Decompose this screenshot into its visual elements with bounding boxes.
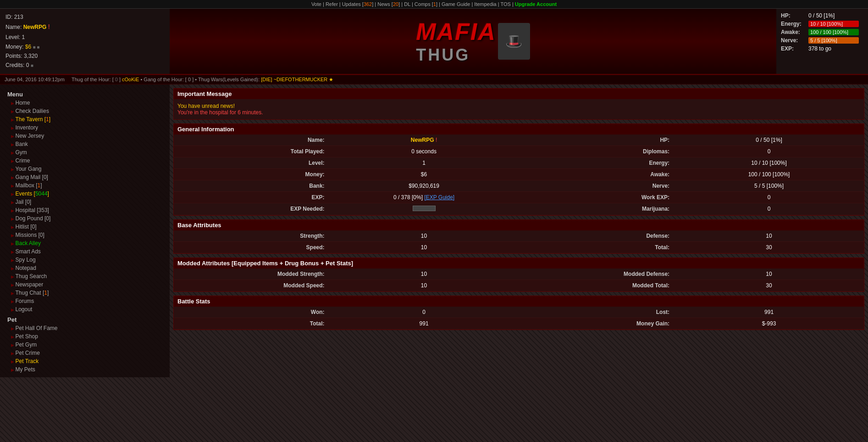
sidebar-item-new-jersey[interactable]: New Jersey (0, 132, 170, 140)
base-attributes-table: Strength: 10 Defense: 10 Speed: 10 Total… (174, 230, 864, 253)
sidebar-item-pet-crime[interactable]: Pet Crime (0, 349, 170, 357)
topbar-updates[interactable]: Updates [362] (342, 1, 374, 7)
total-value: 30 (674, 241, 864, 253)
money-value: $6 (25, 44, 31, 50)
sidebar-item-thug-search[interactable]: Thug Search (0, 272, 170, 280)
table-row: Total: 991 Money Gain: $-993 (174, 318, 864, 329)
sidebar-item-check-dailies[interactable]: Check Dailies (0, 107, 170, 115)
energy-value-gi: 10 / 10 [100%] (674, 157, 864, 168)
total-battles-label: Total: (174, 318, 329, 329)
thug-hour-value[interactable]: cOoKiE (122, 77, 139, 82)
name-label: Name: (6, 24, 22, 30)
sidebar-item-newspaper[interactable]: Newspaper (0, 280, 170, 289)
sidebar-item-spy-log[interactable]: Spy Log (0, 256, 170, 264)
sidebar-item-notepad[interactable]: Notepad (0, 264, 170, 272)
id-value: 213 (14, 14, 23, 20)
logo-thug-text: THUG (416, 45, 496, 65)
exp-label: EXP: (781, 45, 808, 52)
defense-label: Defense: (519, 230, 674, 242)
bank-value: $90,920,619 (329, 180, 519, 191)
hp-value-gi: 0 / 50 [1%] (674, 134, 864, 146)
sidebar-item-thug-chat[interactable]: Thug Chat [1] (0, 289, 170, 297)
sidebar-item-hitlist[interactable]: Hitlist [0] (0, 223, 170, 231)
sidebar-item-smart-ads[interactable]: Smart Ads (0, 247, 170, 256)
exp-label-gi: EXP: (174, 191, 329, 203)
sidebar-item-gym[interactable]: Gym (0, 148, 170, 157)
mod-strength-value: 10 (329, 269, 519, 280)
sidebar-item-back-alley[interactable]: Back Alley (0, 239, 170, 247)
sidebar-item-forums[interactable]: Forums (0, 297, 170, 305)
topbar-game-guide[interactable]: Game Guide (442, 1, 470, 7)
mod-speed-value: 10 (329, 280, 519, 291)
sidebar-item-missions[interactable]: Missions [0] (0, 231, 170, 239)
topbar-upgrade[interactable]: Upgrade Account (515, 1, 557, 7)
exp-progress-bar (413, 206, 436, 211)
money-gain-label: Money Gain: (519, 318, 674, 329)
sidebar-item-your-gang[interactable]: Your Gang (0, 165, 170, 173)
work-exp-label: Work EXP: (519, 191, 674, 203)
energy-label-gi: Energy: (519, 157, 674, 168)
exp-guide-link[interactable]: [EXP Guide] (424, 194, 454, 201)
level-value: 1 (22, 34, 25, 40)
hospital-message: You're in the hospital for 6 minutes. (177, 109, 860, 116)
sidebar-item-inventory[interactable]: Inventory (0, 123, 170, 132)
important-message-title: Important Message (174, 89, 864, 99)
sidebar-item-pet-gym[interactable]: Pet Gym (0, 341, 170, 349)
gang-label: Gang of the Hour: (144, 77, 183, 82)
table-row: EXP Needed: Marijuana: 0 (174, 203, 864, 215)
money-gain-value: $-993 (674, 318, 864, 329)
money-value-gi: $6 (329, 168, 519, 180)
sidebar-item-pet-hall-of-fame[interactable]: Pet Hall Of Fame (0, 324, 170, 332)
topbar-itempedia[interactable]: Itempedia (474, 1, 496, 7)
base-attributes-title: Base Attributes (174, 220, 864, 230)
pet-section-title: Pet (0, 313, 170, 324)
topbar-tos[interactable]: TOS (500, 1, 510, 7)
player-name: NewRPG (23, 24, 47, 30)
hp-value: 0 / 50 [1%] (808, 12, 835, 19)
sidebar-item-pet-track[interactable]: Pet Track (0, 357, 170, 365)
sidebar-item-mailbox[interactable]: Mailbox [1] (0, 181, 170, 190)
logo-figure: 🎩 (498, 23, 530, 60)
energy-label: Energy: (781, 21, 808, 27)
mod-strength-label: Modded Strength: (174, 269, 329, 280)
sidebar-item-crime[interactable]: Crime (0, 157, 170, 165)
topbar-comps[interactable]: Comps [1] (415, 1, 437, 7)
thug-wars-value[interactable]: [DIE] ~DIEFOTHERMUCKER (261, 77, 327, 82)
level-label-gi: Level: (174, 157, 329, 168)
sidebar-item-tavern[interactable]: The Tavern [1] (0, 115, 170, 123)
topbar-news[interactable]: News [20] (377, 1, 400, 7)
money-label: Money: (6, 44, 23, 50)
player-info: ID: 213 Name: NewRPG ! Level: 1 Money: $… (0, 9, 170, 74)
topbar-refer[interactable]: Refer (326, 1, 338, 7)
name-value: NewRPG ! (329, 134, 519, 146)
sidebar-item-events[interactable]: Events [5044] (0, 190, 170, 198)
nerve-bar: 5 / 5 [100%] (808, 37, 859, 44)
exp-needed-bar (329, 203, 519, 215)
sidebar-item-bank[interactable]: Bank (0, 140, 170, 148)
level-label: Level: (6, 34, 20, 40)
total-played-value: 0 seconds (329, 145, 519, 157)
logo-mafia-text: MAFIA (416, 18, 496, 45)
sidebar-item-my-pets[interactable]: My Pets (0, 365, 170, 374)
important-message-box: Important Message You have unread news! … (173, 88, 864, 120)
battle-stats-title: Battle Stats (174, 296, 864, 307)
topbar-vote[interactable]: Vote (311, 1, 321, 7)
important-message-content: You have unread news! You're in the hosp… (174, 99, 864, 119)
mod-total-value: 30 (674, 280, 864, 291)
date-display: June 04, 2016 10:49:12pm (5, 77, 65, 82)
topbar-dl[interactable]: DL (404, 1, 410, 7)
sidebar-item-hospital[interactable]: Hospital [353] (0, 206, 170, 214)
name-label: Name: (174, 134, 329, 146)
site-logo: MAFIA THUG 🎩 (170, 9, 776, 74)
sidebar-item-gang-mail[interactable]: Gang Mail [0] (0, 173, 170, 181)
sidebar-item-jail[interactable]: Jail [0] (0, 198, 170, 206)
sidebar-item-home[interactable]: Home (0, 99, 170, 107)
thug-wars-label: Thug Wars(Levels Gained): (198, 77, 260, 82)
sidebar-item-logout[interactable]: Logout (0, 305, 170, 313)
table-row: Modded Speed: 10 Modded Total: 30 (174, 280, 864, 291)
total-played-label: Total Played: (174, 145, 329, 157)
sidebar-item-pet-shop[interactable]: Pet Shop (0, 332, 170, 341)
mod-speed-label: Modded Speed: (174, 280, 329, 291)
sidebar-item-dog-pound[interactable]: Dog Pound [0] (0, 214, 170, 223)
unread-news-message: You have unread news! (177, 103, 860, 109)
